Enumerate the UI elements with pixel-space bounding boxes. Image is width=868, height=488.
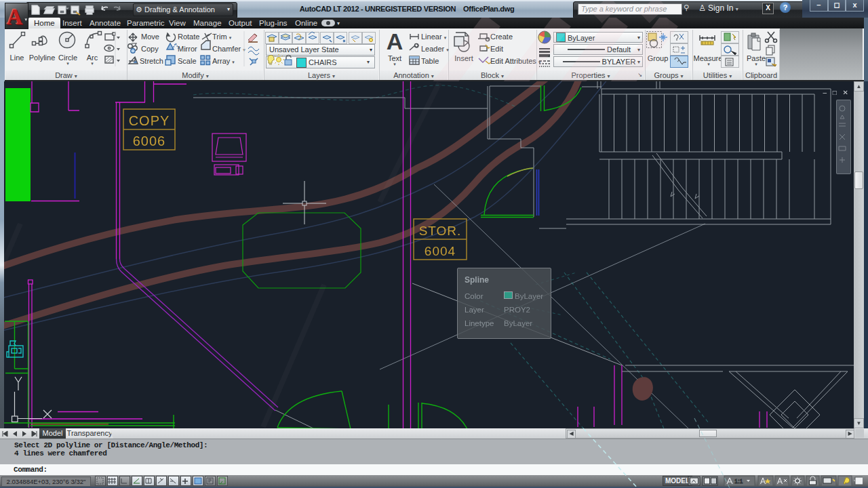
svg-text:STOR.: STOR. (419, 224, 462, 238)
svg-text:COPY: COPY (129, 113, 170, 128)
svg-text:6006: 6006 (133, 134, 166, 148)
svg-text:6004: 6004 (425, 244, 456, 258)
svg-text:1:1: 1:1 (734, 478, 743, 485)
